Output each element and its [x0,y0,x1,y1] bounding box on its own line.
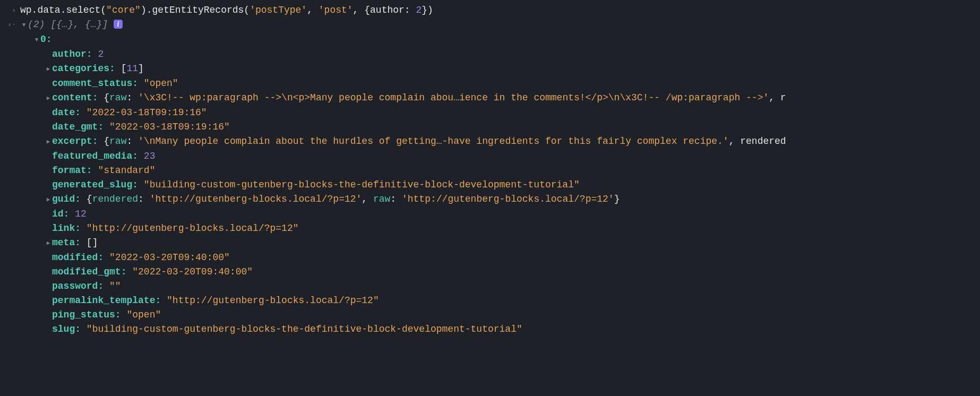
property-row-password[interactable]: password: "" [0,279,980,294]
expand-toggle-icon[interactable] [45,236,52,251]
property-row-modified[interactable]: modified: "2022-03-20T09:40:00" [0,251,980,265]
property-key: excerpt [52,136,92,147]
expand-toggle-icon[interactable] [45,62,52,76]
property-row-modified-gmt[interactable]: modified_gmt: "2022-03-20T09:40:00" [0,265,980,279]
console-result-row[interactable]: ‹· (2) [{…}, {…}] i [0,18,980,32]
property-key: slug [52,324,75,334]
property-key: id [52,209,64,219]
bracket: [ [121,63,127,74]
property-key: categories [52,63,109,74]
property-key: format [52,165,87,176]
property-value: "building-custom-gutenberg-blocks-the-de… [87,324,522,334]
property-value: 12 [75,209,87,219]
property-row-permalink-template[interactable]: permalink_template: "http://gutenberg-bl… [0,294,980,308]
property-value: '\nMany people complain about the hurdle… [138,136,729,147]
property-row-date[interactable]: date: "2022-03-18T09:19:16" [0,106,980,120]
expand-toggle-icon[interactable] [33,33,40,47]
property-value: "http://gutenberg-blocks.local/?p=12" [87,223,299,234]
console-input-row[interactable]: › wp.data.select("core").getEntityRecord… [0,3,980,18]
code-token: { [364,5,370,15]
property-key: content [52,92,92,103]
property-value: "2022-03-18T09:19:16" [109,122,230,132]
result-summary[interactable]: (2) [{…}, {…}] i [20,18,980,32]
property-row-categories[interactable]: categories: [11] [0,62,980,76]
property-value: "" [109,281,121,291]
property-key: featured_media [52,151,132,161]
property-value: 2 [98,49,104,59]
property-row-content[interactable]: content: {raw: '\x3C!-- wp:paragraph -->… [0,91,980,106]
bracket: { [104,92,109,103]
property-value: "http://gutenberg-blocks.local/?p=12" [167,295,379,306]
property-row-excerpt[interactable]: excerpt: {raw: '\nMany people complain a… [0,134,980,149]
property-value: 'http://gutenberg-blocks.local/?p=12' [150,194,362,204]
array-item-row[interactable]: 0: [0,32,980,47]
code-token: ( [100,5,106,15]
code-token: ) [141,5,147,15]
code-token: ) [427,5,433,15]
property-row-comment-status[interactable]: comment_status: "open" [0,76,980,91]
property-row-date-gmt[interactable]: date_gmt: "2022-03-18T09:19:16" [0,120,980,134]
property-key: permalink_template [52,295,155,306]
property-key: author [52,49,87,59]
array-preview: [{…}, {…}] [45,19,114,30]
property-key: ping_status [52,309,115,320]
code-token: , [353,5,365,15]
input-prompt-icon: › [0,3,20,18]
expand-toggle-icon[interactable] [45,193,52,207]
expand-toggle-icon[interactable] [45,135,52,149]
code-token: } [422,5,427,15]
property-row-id[interactable]: id: 12 [0,207,980,221]
truncated-trail: , rendered [729,136,786,147]
property-value: "building-custom-gutenberg-blocks-the-de… [144,179,580,190]
comma: , [362,194,373,204]
property-row-ping-status[interactable]: ping_status: "open" [0,308,980,322]
property-key: meta [52,237,75,248]
code-token: author [370,5,405,15]
code-token: . [61,5,66,15]
code-token: "core" [106,5,141,15]
code-token: getEntityRecords [152,5,244,15]
property-key: date_gmt [52,122,98,132]
property-row-link[interactable]: link: "http://gutenberg-blocks.local/?p=… [0,221,980,236]
property-value: "2022-03-20T09:40:00" [132,266,253,277]
property-key: link [52,223,75,234]
code-token: 2 [416,5,422,15]
property-row-featured-media[interactable]: featured_media: 23 [0,149,980,163]
console-input[interactable]: wp.data.select("core").getEntityRecords(… [20,3,980,18]
code-token: , [307,5,319,15]
code-token: 'postType' [250,5,307,15]
code-token: data [37,5,60,15]
property-key: modified_gmt [52,266,121,277]
array-length: (2) [28,19,45,30]
nested-key: raw [109,92,126,103]
property-row-meta[interactable]: meta: [] [0,236,980,251]
array-index: 0 [40,34,46,45]
code-token: . [32,5,38,15]
code-token: select [66,5,100,15]
property-row-format[interactable]: format: "standard" [0,163,980,178]
info-icon[interactable]: i [114,20,123,29]
nested-key: raw [109,136,126,147]
bracket: { [87,194,92,204]
property-value: "standard" [98,165,155,176]
property-key: password [52,281,98,291]
property-row-slug[interactable]: slug: "building-custom-gutenberg-blocks-… [0,322,980,337]
property-value: "2022-03-20T09:40:00" [109,252,230,263]
property-row-guid[interactable]: guid: {rendered: 'http://gutenberg-block… [0,192,980,207]
property-key: comment_status [52,78,132,89]
property-row-author[interactable]: author: 2 [0,47,980,62]
truncated-trail: , r [769,92,786,103]
bracket: } [614,194,620,204]
property-value: "open" [126,309,161,320]
property-key: modified [52,252,98,263]
bracket: { [104,136,109,147]
expand-toggle-icon[interactable] [45,91,52,106]
expand-toggle-icon[interactable] [20,18,28,32]
property-value: '\x3C!-- wp:paragraph -->\n<p>Many peopl… [138,92,769,103]
code-token: . [147,5,152,15]
property-value: "2022-03-18T09:19:16" [87,107,207,118]
property-value: "open" [144,78,178,89]
nested-key: rendered [92,194,138,204]
bracket: ] [138,63,144,74]
property-row-generated-slug[interactable]: generated_slug: "building-custom-gutenbe… [0,178,980,192]
